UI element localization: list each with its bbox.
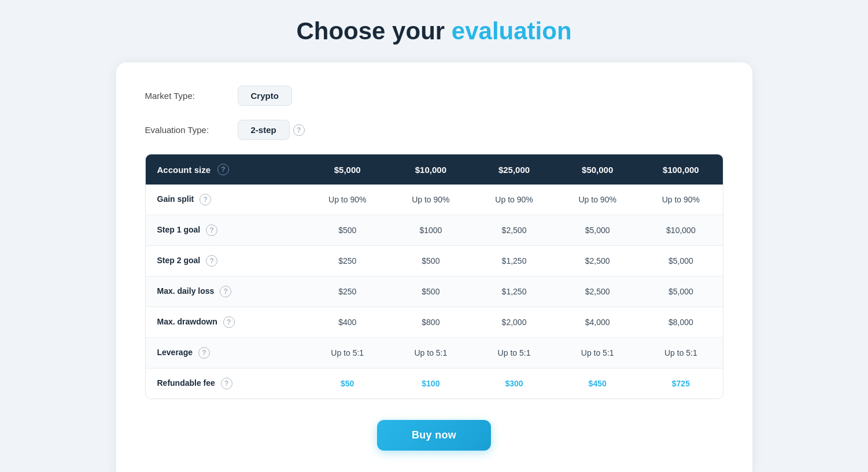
table-row: Refundable fee ?$50$100$300$450$725: [146, 368, 723, 399]
row-label-1: Step 1 goal ?: [146, 215, 306, 246]
evaluation-card: Market Type: Crypto Evaluation Type: 2-s…: [116, 62, 752, 472]
market-type-label: Market Type:: [145, 91, 238, 101]
cell-r3-c2: $1,250: [472, 276, 556, 307]
row-label-6: Refundable fee ?: [146, 368, 306, 399]
cell-r2-c1: $500: [389, 246, 472, 276]
cell-r3-c0: $250: [306, 276, 389, 307]
table-row: Max. drawdown ?$400$800$2,000$4,000$8,00…: [146, 307, 723, 338]
table-row: Leverage ?Up to 5:1Up to 5:1Up to 5:1Up …: [146, 338, 723, 368]
cell-r0-c1: Up to 90%: [389, 185, 472, 215]
cell-r5-c4: Up to 5:1: [639, 338, 722, 368]
comparison-table-wrapper: Account size ? $5,000 $10,000 $25,000 $5…: [145, 154, 723, 399]
cell-r0-c0: Up to 90%: [306, 185, 389, 215]
table-row: Max. daily loss ?$250$500$1,250$2,500$5,…: [146, 276, 723, 307]
cell-r6-c3: $450: [556, 368, 639, 399]
col-25000: $25,000: [472, 154, 556, 185]
cell-r4-c1: $800: [389, 307, 472, 338]
cell-r2-c4: $5,000: [639, 246, 722, 276]
comparison-table: Account size ? $5,000 $10,000 $25,000 $5…: [146, 154, 723, 399]
cell-r3-c3: $2,500: [556, 276, 639, 307]
cell-r2-c0: $250: [306, 246, 389, 276]
evaluation-type-label: Evaluation Type:: [145, 125, 238, 135]
cell-r4-c4: $8,000: [639, 307, 722, 338]
table-row: Step 2 goal ?$250$500$1,250$2,500$5,000: [146, 246, 723, 276]
cell-r5-c2: Up to 5:1: [472, 338, 556, 368]
row-help-icon-1[interactable]: ?: [206, 224, 217, 236]
cell-r3-c4: $5,000: [639, 276, 722, 307]
buy-button-wrapper: Buy now: [145, 420, 723, 451]
page-wrapper: Choose your evaluation Market Type: Cryp…: [12, 17, 856, 472]
account-size-header: Account size ?: [146, 154, 306, 185]
cell-r4-c2: $2,000: [472, 307, 556, 338]
cell-r1-c3: $5,000: [556, 215, 639, 246]
row-help-icon-4[interactable]: ?: [223, 316, 235, 328]
table-row: Step 1 goal ?$500$1000$2,500$5,000$10,00…: [146, 215, 723, 246]
cell-r2-c3: $2,500: [556, 246, 639, 276]
col-50000: $50,000: [556, 154, 639, 185]
cell-r3-c1: $500: [389, 276, 472, 307]
account-size-help-icon[interactable]: ?: [217, 164, 229, 175]
evaluation-type-help-icon[interactable]: ?: [293, 124, 305, 136]
cell-r1-c1: $1000: [389, 215, 472, 246]
cell-r6-c0: $50: [306, 368, 389, 399]
row-label-2: Step 2 goal ?: [146, 246, 306, 276]
evaluation-type-button[interactable]: 2-step: [238, 120, 290, 140]
row-help-icon-3[interactable]: ?: [220, 286, 231, 297]
cell-r5-c3: Up to 5:1: [556, 338, 639, 368]
cell-r1-c0: $500: [306, 215, 389, 246]
evaluation-type-row: Evaluation Type: 2-step ?: [145, 120, 723, 140]
row-help-icon-5[interactable]: ?: [198, 347, 210, 359]
row-help-icon-2[interactable]: ?: [206, 255, 217, 267]
cell-r0-c3: Up to 90%: [556, 185, 639, 215]
market-type-row: Market Type: Crypto: [145, 86, 723, 106]
col-5000: $5,000: [306, 154, 389, 185]
cell-r6-c2: $300: [472, 368, 556, 399]
cell-r1-c2: $2,500: [472, 215, 556, 246]
row-label-0: Gain split ?: [146, 185, 306, 215]
cell-r6-c4: $725: [639, 368, 722, 399]
page-title: Choose your evaluation: [296, 17, 571, 45]
cell-r0-c4: Up to 90%: [639, 185, 722, 215]
table-header-row: Account size ? $5,000 $10,000 $25,000 $5…: [146, 154, 723, 185]
cell-r5-c1: Up to 5:1: [389, 338, 472, 368]
buy-now-button[interactable]: Buy now: [377, 420, 491, 451]
cell-r4-c0: $400: [306, 307, 389, 338]
row-help-icon-6[interactable]: ?: [221, 378, 232, 389]
cell-r0-c2: Up to 90%: [472, 185, 556, 215]
row-label-5: Leverage ?: [146, 338, 306, 368]
table-row: Gain split ?Up to 90%Up to 90%Up to 90%U…: [146, 185, 723, 215]
row-label-3: Max. daily loss ?: [146, 276, 306, 307]
market-type-button[interactable]: Crypto: [238, 86, 292, 106]
row-label-4: Max. drawdown ?: [146, 307, 306, 338]
cell-r5-c0: Up to 5:1: [306, 338, 389, 368]
cell-r1-c4: $10,000: [639, 215, 722, 246]
row-help-icon-0[interactable]: ?: [200, 194, 211, 205]
cell-r6-c1: $100: [389, 368, 472, 399]
col-10000: $10,000: [389, 154, 472, 185]
cell-r4-c3: $4,000: [556, 307, 639, 338]
col-100000: $100,000: [639, 154, 722, 185]
cell-r2-c2: $1,250: [472, 246, 556, 276]
